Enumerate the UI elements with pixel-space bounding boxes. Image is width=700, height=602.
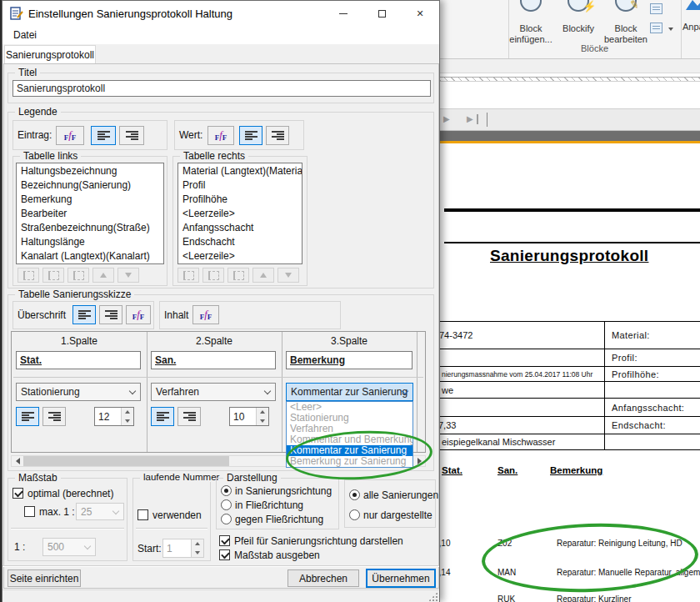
- uebernehmen-button[interactable]: Übernehmen: [366, 569, 436, 588]
- list-item[interactable]: Bemerkung: [17, 193, 163, 207]
- list-item[interactable]: <Leerzeile>: [178, 207, 302, 221]
- insert-field-button[interactable]: [178, 268, 199, 283]
- stepper-value: 10: [233, 411, 244, 423]
- list-item[interactable]: Haltungsbezeichnung: [17, 164, 163, 178]
- document-tab-bar[interactable]: [440, 131, 700, 143]
- radio-gegen-fliessrichtung[interactable]: [221, 514, 232, 524]
- seite-einrichten-button[interactable]: Seite einrichten: [8, 569, 81, 587]
- stepper-arrows[interactable]: [256, 408, 268, 425]
- radio-alle-sanierungen[interactable]: [349, 489, 360, 500]
- tabelle-rechts-listbox[interactable]: Material (Langtext)(Material) Profil Pro…: [178, 163, 302, 264]
- play-icon[interactable]: ▶: [443, 114, 450, 123]
- window-title: Einstellungen Sanierungsprotokoll Haltun…: [28, 8, 232, 20]
- list-item[interactable]: Profil: [178, 178, 302, 193]
- radio-fliessrichtung[interactable]: [221, 499, 232, 510]
- dropdown-option[interactable]: Kommentar und Bemerkung z: [287, 434, 412, 445]
- col1-align-right-button[interactable]: [42, 407, 66, 426]
- ueberschrift-align-right-button[interactable]: [99, 305, 122, 324]
- titel-input[interactable]: Sanierungsprotokoll: [12, 80, 431, 97]
- stepper-arrows[interactable]: [121, 408, 133, 425]
- tab-sanierungsprotokoll[interactable]: Sanierungsprotokoll: [4, 45, 96, 63]
- list-item[interactable]: Haltungslänge: [17, 235, 163, 249]
- edit-field-button[interactable]: [42, 268, 64, 283]
- resize-grip[interactable]: [428, 592, 438, 601]
- start-stepper[interactable]: 1: [162, 539, 204, 558]
- col1-align-left-button[interactable]: [16, 407, 39, 426]
- edit-field-button[interactable]: [202, 268, 224, 283]
- col1-title-input[interactable]: Stat.: [16, 351, 141, 369]
- insert-field-button[interactable]: [18, 268, 39, 283]
- wert-align-left-button[interactable]: [239, 126, 262, 145]
- move-down-button[interactable]: [118, 268, 139, 283]
- block-list-icon[interactable]: [650, 23, 662, 33]
- col3-source-dropdown-list[interactable]: <Leer> Stationierung Verfahren Kommentar…: [286, 401, 413, 468]
- start-label: Start:: [138, 543, 162, 554]
- radio-nur-dargestellte[interactable]: [349, 509, 360, 520]
- eintrag-font-button[interactable]: FfF: [56, 126, 84, 145]
- optimal-checkbox[interactable]: [12, 488, 23, 499]
- scroll-left-arrow[interactable]: [12, 456, 23, 466]
- list-item[interactable]: Endschacht: [178, 235, 302, 249]
- ribbon-button-label: Blockify: [557, 23, 600, 34]
- dashed-box-icon: [183, 271, 194, 280]
- remove-field-button[interactable]: [68, 268, 89, 283]
- chevron-down-icon[interactable]: [668, 28, 673, 31]
- inhalt-font-button[interactable]: FfF: [192, 305, 219, 324]
- max-checkbox[interactable]: [24, 506, 35, 517]
- eintrag-align-left-button[interactable]: [91, 126, 116, 145]
- list-item[interactable]: Bezeichnung(Sanierung): [17, 178, 163, 193]
- ueberschrift-align-left-button[interactable]: [72, 305, 96, 324]
- radio-sanierungsrichtung[interactable]: [221, 485, 232, 496]
- close-button[interactable]: ✕: [401, 1, 439, 26]
- list-item[interactable]: Bearbeiter: [17, 207, 163, 221]
- list-item[interactable]: Kanalart (Langtext)(Kanalart): [17, 249, 163, 263]
- list-item[interactable]: Material (Langtext)(Material): [178, 164, 302, 178]
- col2-size-stepper[interactable]: 10: [229, 407, 269, 426]
- col2-align-right-button[interactable]: [178, 407, 201, 426]
- col1-size-stepper[interactable]: 12: [94, 407, 134, 426]
- col3-source-combobox[interactable]: Kommentar zur Sanierung: [286, 383, 413, 401]
- ribbon-anpassen-button[interactable]: Anpa: [682, 0, 700, 58]
- tabelle-links-listbox[interactable]: Haltungsbezeichnung Bezeichnung(Sanierun…: [16, 163, 164, 264]
- minimize-button[interactable]: [324, 1, 362, 26]
- dropdown-option-selected[interactable]: Kommentar zur Sanierung: [287, 445, 412, 456]
- verwenden-checkbox[interactable]: [138, 509, 148, 520]
- dropdown-option[interactable]: Verfahren: [287, 424, 412, 434]
- move-down-button[interactable]: [278, 268, 299, 283]
- abbrechen-button[interactable]: Abbrechen: [288, 569, 359, 587]
- col2-source-combobox[interactable]: Verfahren: [151, 383, 276, 401]
- list-item[interactable]: Profilhöhe: [178, 193, 302, 207]
- wert-font-button[interactable]: FfF: [208, 126, 234, 145]
- pfeil-checkbox[interactable]: [219, 535, 230, 546]
- maximize-button[interactable]: [362, 1, 401, 26]
- play-to-end-icon[interactable]: ▶: [467, 114, 473, 123]
- eintrag-align-right-button[interactable]: [119, 126, 144, 145]
- menu-item-datei[interactable]: Datei: [9, 28, 41, 42]
- col2-align-left-button[interactable]: [151, 407, 174, 426]
- col1-source-combobox[interactable]: Stationierung: [16, 383, 141, 401]
- dropdown-option[interactable]: <Leer>: [287, 402, 412, 413]
- block-save-icon[interactable]: [650, 3, 662, 14]
- col2-title-input[interactable]: San.: [151, 351, 276, 369]
- massstab-ausgeben-checkbox[interactable]: [219, 549, 230, 560]
- column-header: 3.Spalte: [282, 335, 417, 347]
- dropdown-option[interactable]: Bemerkung zur Sanierung: [287, 456, 412, 467]
- title-bar[interactable]: Einstellungen Sanierungsprotokoll Haltun…: [2, 1, 439, 26]
- wert-align-right-button[interactable]: [266, 126, 289, 145]
- scroll-right-arrow[interactable]: [413, 456, 425, 466]
- list-item[interactable]: Anfangsschacht: [178, 221, 302, 235]
- move-up-button[interactable]: [92, 268, 114, 283]
- ratio-value-combobox[interactable]: 500: [42, 538, 96, 556]
- ueberschrift-font-button[interactable]: FfF: [126, 305, 151, 324]
- list-item[interactable]: <Leerzeile>: [178, 249, 302, 263]
- scrollbar-thumb[interactable]: [23, 456, 229, 466]
- remove-field-button[interactable]: [228, 268, 249, 283]
- dropdown-option[interactable]: Stationierung: [287, 413, 412, 424]
- col3-title-input[interactable]: Bemerkung: [286, 351, 412, 369]
- settings-dialog: Einstellungen Sanierungsprotokoll Haltun…: [2, 0, 440, 602]
- stepper-arrows[interactable]: [191, 539, 203, 557]
- move-up-button[interactable]: [252, 268, 274, 283]
- group-label: Legende: [15, 106, 61, 118]
- max-value-combobox[interactable]: 25: [76, 503, 124, 520]
- list-item[interactable]: Straßenbezeichnung(Straße): [17, 221, 163, 235]
